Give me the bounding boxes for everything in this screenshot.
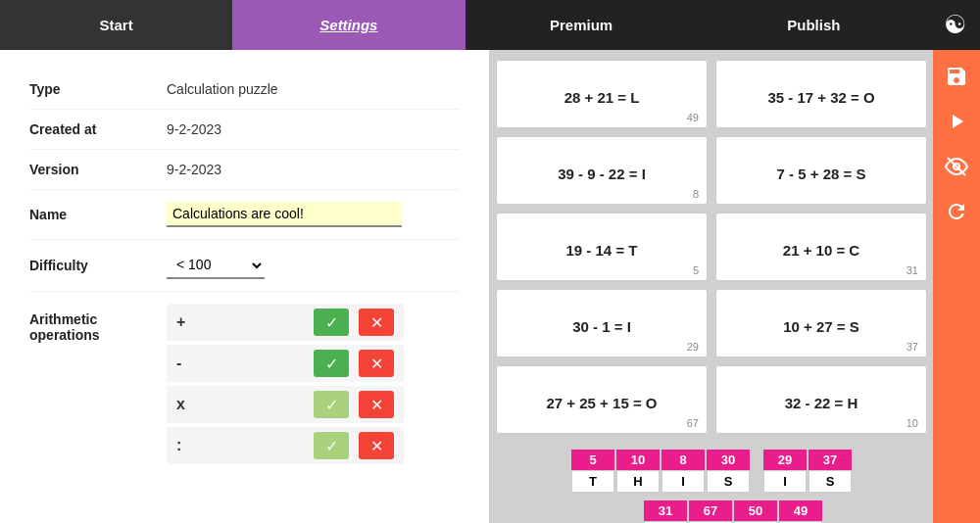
- answer-num-10: 10: [616, 450, 660, 470]
- x-multiply-btn[interactable]: ✕: [359, 391, 394, 418]
- save-button[interactable]: [933, 55, 980, 98]
- op-multiply: x: [176, 396, 304, 413]
- eye-button[interactable]: [933, 145, 980, 188]
- settings-panel: Type Calculation puzzle Created at 9-2-2…: [0, 50, 490, 523]
- nav-item-start[interactable]: Start: [0, 0, 232, 50]
- answer-num-37: 37: [808, 450, 852, 470]
- answer-num-29: 29: [763, 450, 807, 470]
- cell-equation-9: 32 - 22 = H: [785, 395, 858, 411]
- cell-equation-3: 7 - 5 + 28 = S: [777, 166, 866, 182]
- refresh-button[interactable]: [933, 190, 980, 233]
- answer-num-49: 49: [779, 500, 822, 521]
- op-row-plus: + ✓ ✕: [167, 304, 404, 341]
- arithmetic-label: Arithmetic operations: [29, 311, 167, 343]
- cell-number-5: 31: [906, 264, 918, 276]
- puzzle-cell-5: 21 + 10 = C 31: [715, 213, 927, 281]
- answer-H: 10 H: [616, 450, 660, 493]
- arithmetic-table: + ✓ ✕ - ✓ ✕ x ✓ ✕ :: [167, 304, 404, 464]
- play-button[interactable]: [933, 100, 980, 143]
- cell-equation-4: 19 - 14 = T: [566, 242, 638, 259]
- right-toolbar: [933, 50, 980, 523]
- main-content: Type Calculation puzzle Created at 9-2-2…: [0, 50, 980, 523]
- cell-equation-7: 10 + 27 = S: [783, 318, 859, 335]
- puzzle-cell-6: 30 - 1 = I 29: [496, 289, 708, 357]
- op-divide: :: [176, 437, 304, 454]
- answer-C: 31 C: [644, 500, 687, 523]
- puzzle-panel: 28 + 21 = L 49 35 - 17 + 32 = O 39 - 9 -…: [490, 50, 980, 523]
- yin-yang-icon[interactable]: ☯: [930, 0, 980, 50]
- answer-letter-T: T: [571, 470, 614, 493]
- answer-num-8: 8: [662, 450, 705, 470]
- answer-num-30: 30: [707, 450, 750, 470]
- puzzle-cell-1: 35 - 17 + 32 = O: [715, 60, 927, 128]
- cell-number-7: 37: [906, 341, 918, 353]
- answer-T: 5 T: [571, 450, 614, 493]
- difficulty-row: Difficulty < 100 < 200 < 500: [29, 240, 460, 292]
- cell-number-6: 29: [687, 341, 699, 353]
- difficulty-select[interactable]: < 100 < 200 < 500: [167, 252, 265, 279]
- check-multiply-btn[interactable]: ✓: [314, 391, 349, 418]
- arithmetic-row: Arithmetic operations + ✓ ✕ - ✓ ✕ x ✓: [29, 292, 460, 476]
- check-plus-btn[interactable]: ✓: [314, 309, 349, 336]
- answer-section: 5 T 10 H 8 I 30 S: [496, 450, 927, 523]
- puzzle-cell-4: 19 - 14 = T 5: [496, 213, 708, 281]
- puzzle-cell-9: 32 - 22 = H 10: [715, 365, 927, 434]
- check-divide-btn[interactable]: ✓: [314, 432, 349, 459]
- x-minus-btn[interactable]: ✕: [359, 350, 394, 377]
- cell-equation-8: 27 + 25 + 15 = O: [546, 395, 657, 411]
- answer-num-31: 31: [644, 500, 687, 521]
- puzzle-cell-8: 27 + 25 + 15 = O 67: [496, 365, 708, 434]
- cell-equation-2: 39 - 9 - 22 = I: [558, 166, 646, 182]
- created-value: 9-2-2023: [167, 121, 221, 137]
- cell-number-8: 67: [687, 417, 699, 429]
- type-row: Type Calculation puzzle: [29, 70, 460, 110]
- puzzle-cell-7: 10 + 27 = S 37: [715, 289, 927, 357]
- op-row-multiply: x ✓ ✕: [167, 386, 404, 423]
- difficulty-label: Difficulty: [29, 258, 167, 273]
- name-input[interactable]: [167, 202, 402, 227]
- op-minus: -: [176, 355, 304, 372]
- puzzle-cell-3: 7 - 5 + 28 = S: [715, 136, 927, 205]
- puzzle-area: 28 + 21 = L 49 35 - 17 + 32 = O 39 - 9 -…: [496, 60, 927, 523]
- version-value: 9-2-2023: [167, 162, 221, 177]
- answer-O1: 67 O: [689, 500, 732, 523]
- version-row: Version 9-2-2023: [29, 150, 460, 190]
- cell-number-4: 5: [693, 264, 699, 276]
- puzzle-grid: 28 + 21 = L 49 35 - 17 + 32 = O 39 - 9 -…: [496, 60, 927, 434]
- answer-L: 49 L: [779, 500, 822, 523]
- answer-I2: 29 I: [763, 450, 807, 493]
- name-row: Name: [29, 190, 460, 240]
- cell-number-2: 8: [693, 188, 699, 200]
- cell-number-9: 10: [906, 417, 918, 429]
- answer-letter-I2: I: [763, 470, 807, 493]
- answer-num-50: 50: [734, 500, 777, 521]
- cell-equation-1: 35 - 17 + 32 = O: [767, 89, 874, 106]
- answer-letter-S2: S: [808, 470, 852, 493]
- op-row-divide: : ✓ ✕: [167, 427, 404, 464]
- answer-num-67: 67: [689, 500, 732, 521]
- cell-number-0: 49: [687, 112, 699, 123]
- nav-item-publish[interactable]: Publish: [698, 0, 930, 50]
- name-label: Name: [29, 207, 167, 222]
- type-value: Calculation puzzle: [167, 81, 278, 97]
- answer-O2: 50 O: [734, 500, 777, 523]
- puzzle-cell-0: 28 + 21 = L 49: [496, 60, 708, 128]
- check-minus-btn[interactable]: ✓: [314, 350, 349, 377]
- op-plus: +: [176, 313, 304, 331]
- answer-num-5: 5: [571, 450, 614, 470]
- answer-letter-S1: S: [707, 470, 750, 493]
- op-row-minus: - ✓ ✕: [167, 345, 404, 382]
- answer-S1: 30 S: [707, 450, 750, 493]
- x-divide-btn[interactable]: ✕: [359, 432, 394, 459]
- type-label: Type: [29, 81, 167, 97]
- nav-item-premium[interactable]: Premium: [466, 0, 698, 50]
- x-plus-btn[interactable]: ✕: [359, 309, 394, 336]
- cell-equation-5: 21 + 10 = C: [783, 242, 859, 259]
- created-label: Created at: [29, 121, 167, 137]
- puzzle-cell-2: 39 - 9 - 22 = I 8: [496, 136, 708, 205]
- created-row: Created at 9-2-2023: [29, 110, 460, 150]
- answer-I: 8 I: [662, 450, 705, 493]
- nav-item-settings[interactable]: Settings: [232, 0, 465, 50]
- answer-S2: 37 S: [808, 450, 852, 493]
- answer-letter-I: I: [662, 470, 705, 493]
